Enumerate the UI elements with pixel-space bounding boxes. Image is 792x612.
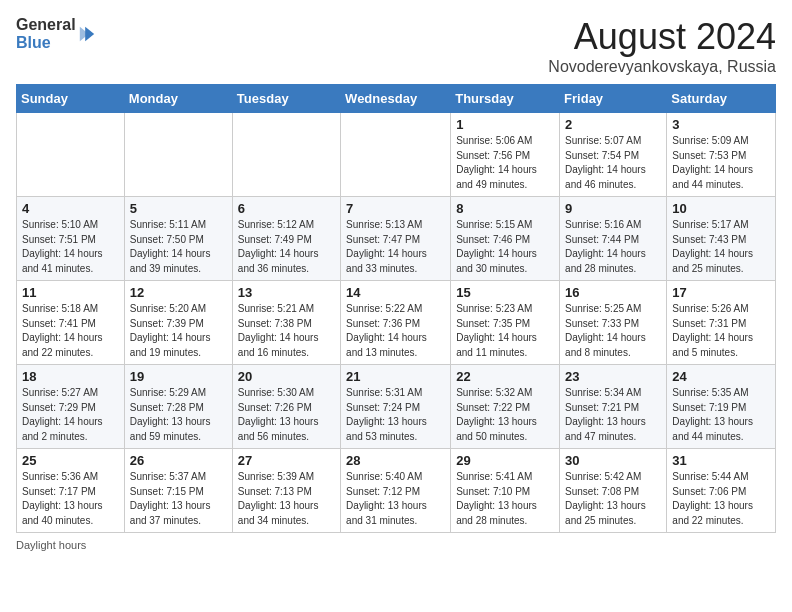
- cell-info: Sunrise: 5:39 AM Sunset: 7:13 PM Dayligh…: [238, 470, 335, 528]
- day-number: 26: [130, 453, 227, 468]
- day-number: 24: [672, 369, 770, 384]
- day-number: 21: [346, 369, 445, 384]
- day-number: 16: [565, 285, 661, 300]
- cell-2-3: 14Sunrise: 5:22 AM Sunset: 7:36 PM Dayli…: [341, 281, 451, 365]
- footer-text: Daylight hours: [16, 539, 86, 551]
- subtitle: Novoderevyankovskaya, Russia: [548, 58, 776, 76]
- cell-0-5: 2Sunrise: 5:07 AM Sunset: 7:54 PM Daylig…: [560, 113, 667, 197]
- day-header-monday: Monday: [124, 85, 232, 113]
- cell-3-0: 18Sunrise: 5:27 AM Sunset: 7:29 PM Dayli…: [17, 365, 125, 449]
- cell-info: Sunrise: 5:06 AM Sunset: 7:56 PM Dayligh…: [456, 134, 554, 192]
- cell-info: Sunrise: 5:35 AM Sunset: 7:19 PM Dayligh…: [672, 386, 770, 444]
- day-number: 9: [565, 201, 661, 216]
- day-number: 7: [346, 201, 445, 216]
- day-header-sunday: Sunday: [17, 85, 125, 113]
- day-number: 25: [22, 453, 119, 468]
- cell-2-6: 17Sunrise: 5:26 AM Sunset: 7:31 PM Dayli…: [667, 281, 776, 365]
- day-number: 22: [456, 369, 554, 384]
- logo-general: General: [16, 16, 76, 34]
- day-number: 15: [456, 285, 554, 300]
- cell-1-2: 6Sunrise: 5:12 AM Sunset: 7:49 PM Daylig…: [232, 197, 340, 281]
- day-number: 13: [238, 285, 335, 300]
- cell-info: Sunrise: 5:30 AM Sunset: 7:26 PM Dayligh…: [238, 386, 335, 444]
- cell-4-6: 31Sunrise: 5:44 AM Sunset: 7:06 PM Dayli…: [667, 449, 776, 533]
- cell-1-6: 10Sunrise: 5:17 AM Sunset: 7:43 PM Dayli…: [667, 197, 776, 281]
- cell-4-3: 28Sunrise: 5:40 AM Sunset: 7:12 PM Dayli…: [341, 449, 451, 533]
- cell-info: Sunrise: 5:16 AM Sunset: 7:44 PM Dayligh…: [565, 218, 661, 276]
- cell-info: Sunrise: 5:40 AM Sunset: 7:12 PM Dayligh…: [346, 470, 445, 528]
- cell-info: Sunrise: 5:09 AM Sunset: 7:53 PM Dayligh…: [672, 134, 770, 192]
- day-number: 23: [565, 369, 661, 384]
- cell-0-3: [341, 113, 451, 197]
- cell-info: Sunrise: 5:12 AM Sunset: 7:49 PM Dayligh…: [238, 218, 335, 276]
- cell-1-1: 5Sunrise: 5:11 AM Sunset: 7:50 PM Daylig…: [124, 197, 232, 281]
- day-number: 30: [565, 453, 661, 468]
- cell-info: Sunrise: 5:27 AM Sunset: 7:29 PM Dayligh…: [22, 386, 119, 444]
- cell-info: Sunrise: 5:42 AM Sunset: 7:08 PM Dayligh…: [565, 470, 661, 528]
- day-header-friday: Friday: [560, 85, 667, 113]
- cell-info: Sunrise: 5:22 AM Sunset: 7:36 PM Dayligh…: [346, 302, 445, 360]
- day-number: 10: [672, 201, 770, 216]
- cell-info: Sunrise: 5:41 AM Sunset: 7:10 PM Dayligh…: [456, 470, 554, 528]
- cell-0-6: 3Sunrise: 5:09 AM Sunset: 7:53 PM Daylig…: [667, 113, 776, 197]
- main-title: August 2024: [548, 16, 776, 58]
- day-number: 29: [456, 453, 554, 468]
- logo: General Blue: [16, 16, 96, 51]
- cell-info: Sunrise: 5:26 AM Sunset: 7:31 PM Dayligh…: [672, 302, 770, 360]
- day-number: 3: [672, 117, 770, 132]
- cell-4-0: 25Sunrise: 5:36 AM Sunset: 7:17 PM Dayli…: [17, 449, 125, 533]
- day-number: 2: [565, 117, 661, 132]
- cell-1-3: 7Sunrise: 5:13 AM Sunset: 7:47 PM Daylig…: [341, 197, 451, 281]
- cell-info: Sunrise: 5:11 AM Sunset: 7:50 PM Dayligh…: [130, 218, 227, 276]
- cell-4-2: 27Sunrise: 5:39 AM Sunset: 7:13 PM Dayli…: [232, 449, 340, 533]
- cell-0-0: [17, 113, 125, 197]
- week-row-4: 25Sunrise: 5:36 AM Sunset: 7:17 PM Dayli…: [17, 449, 776, 533]
- cell-0-4: 1Sunrise: 5:06 AM Sunset: 7:56 PM Daylig…: [451, 113, 560, 197]
- cell-info: Sunrise: 5:18 AM Sunset: 7:41 PM Dayligh…: [22, 302, 119, 360]
- day-number: 14: [346, 285, 445, 300]
- day-number: 6: [238, 201, 335, 216]
- week-row-1: 4Sunrise: 5:10 AM Sunset: 7:51 PM Daylig…: [17, 197, 776, 281]
- day-header-wednesday: Wednesday: [341, 85, 451, 113]
- cell-3-2: 20Sunrise: 5:30 AM Sunset: 7:26 PM Dayli…: [232, 365, 340, 449]
- day-number: 17: [672, 285, 770, 300]
- cell-info: Sunrise: 5:36 AM Sunset: 7:17 PM Dayligh…: [22, 470, 119, 528]
- cell-info: Sunrise: 5:25 AM Sunset: 7:33 PM Dayligh…: [565, 302, 661, 360]
- cell-3-4: 22Sunrise: 5:32 AM Sunset: 7:22 PM Dayli…: [451, 365, 560, 449]
- day-number: 27: [238, 453, 335, 468]
- cell-info: Sunrise: 5:17 AM Sunset: 7:43 PM Dayligh…: [672, 218, 770, 276]
- cell-info: Sunrise: 5:32 AM Sunset: 7:22 PM Dayligh…: [456, 386, 554, 444]
- cell-2-5: 16Sunrise: 5:25 AM Sunset: 7:33 PM Dayli…: [560, 281, 667, 365]
- week-row-0: 1Sunrise: 5:06 AM Sunset: 7:56 PM Daylig…: [17, 113, 776, 197]
- day-header-thursday: Thursday: [451, 85, 560, 113]
- cell-info: Sunrise: 5:44 AM Sunset: 7:06 PM Dayligh…: [672, 470, 770, 528]
- cell-1-0: 4Sunrise: 5:10 AM Sunset: 7:51 PM Daylig…: [17, 197, 125, 281]
- day-number: 18: [22, 369, 119, 384]
- day-number: 31: [672, 453, 770, 468]
- cell-info: Sunrise: 5:31 AM Sunset: 7:24 PM Dayligh…: [346, 386, 445, 444]
- cell-info: Sunrise: 5:37 AM Sunset: 7:15 PM Dayligh…: [130, 470, 227, 528]
- cell-info: Sunrise: 5:10 AM Sunset: 7:51 PM Dayligh…: [22, 218, 119, 276]
- cell-3-5: 23Sunrise: 5:34 AM Sunset: 7:21 PM Dayli…: [560, 365, 667, 449]
- cell-0-2: [232, 113, 340, 197]
- cell-info: Sunrise: 5:29 AM Sunset: 7:28 PM Dayligh…: [130, 386, 227, 444]
- cell-info: Sunrise: 5:15 AM Sunset: 7:46 PM Dayligh…: [456, 218, 554, 276]
- cell-2-4: 15Sunrise: 5:23 AM Sunset: 7:35 PM Dayli…: [451, 281, 560, 365]
- day-number: 4: [22, 201, 119, 216]
- calendar-table: SundayMondayTuesdayWednesdayThursdayFrid…: [16, 84, 776, 533]
- day-number: 1: [456, 117, 554, 132]
- cell-1-5: 9Sunrise: 5:16 AM Sunset: 7:44 PM Daylig…: [560, 197, 667, 281]
- cell-2-1: 12Sunrise: 5:20 AM Sunset: 7:39 PM Dayli…: [124, 281, 232, 365]
- cell-3-1: 19Sunrise: 5:29 AM Sunset: 7:28 PM Dayli…: [124, 365, 232, 449]
- cell-info: Sunrise: 5:07 AM Sunset: 7:54 PM Dayligh…: [565, 134, 661, 192]
- cell-1-4: 8Sunrise: 5:15 AM Sunset: 7:46 PM Daylig…: [451, 197, 560, 281]
- day-number: 12: [130, 285, 227, 300]
- day-header-saturday: Saturday: [667, 85, 776, 113]
- logo-icon: [78, 25, 96, 43]
- day-number: 5: [130, 201, 227, 216]
- title-block: August 2024 Novoderevyankovskaya, Russia: [548, 16, 776, 76]
- cell-3-3: 21Sunrise: 5:31 AM Sunset: 7:24 PM Dayli…: [341, 365, 451, 449]
- cell-info: Sunrise: 5:20 AM Sunset: 7:39 PM Dayligh…: [130, 302, 227, 360]
- day-number: 20: [238, 369, 335, 384]
- day-number: 8: [456, 201, 554, 216]
